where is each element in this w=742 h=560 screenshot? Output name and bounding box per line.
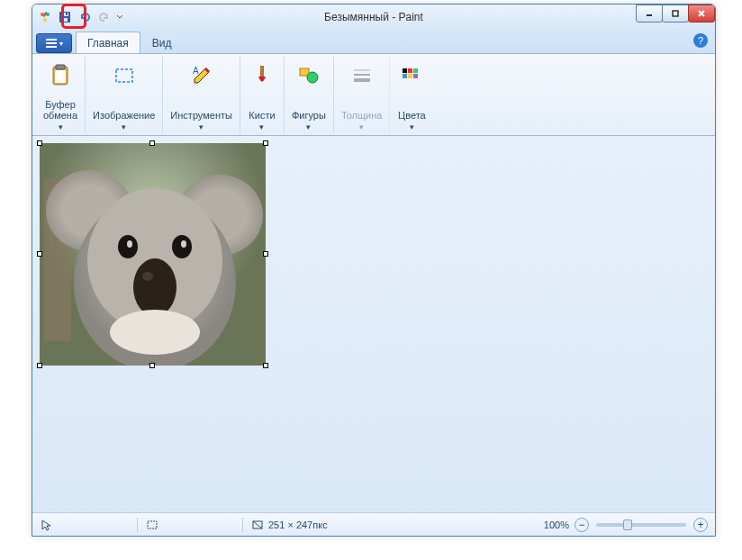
svg-rect-14 [56,65,65,69]
svg-point-39 [127,240,132,248]
paint-window: Безымянный - Paint ▾ Главная Вид ? Буфер… [32,4,716,537]
quick-access-toolbar [36,8,124,26]
ribbon-tabs: ▾ Главная Вид ? [32,30,715,53]
svg-point-38 [118,235,138,258]
brush-icon [248,61,276,90]
selection-handle[interactable] [149,140,155,146]
group-label: Изображение [93,110,155,122]
statusbar: 251 × 247пкс 100% − + [32,512,715,536]
ribbon: Буфер обмена ▾ Изображение ▾ A Инструмен… [32,53,715,136]
redo-button[interactable] [95,8,113,26]
svg-point-44 [110,310,200,355]
svg-point-43 [142,272,153,281]
titlebar: Безымянный - Paint [32,5,715,30]
selection-handle[interactable] [37,140,42,146]
chevron-down-icon: ▾ [359,122,364,131]
chevron-down-icon: ▾ [410,122,414,131]
svg-rect-28 [408,74,412,78]
group-colors[interactable]: Цвета ▾ [390,56,433,133]
svg-rect-10 [46,39,57,41]
group-image[interactable]: Изображение ▾ [86,56,163,133]
zoom-slider[interactable] [596,523,686,527]
canvas-size-icon [250,518,265,532]
shapes-icon [294,61,323,90]
group-label: Инструменты [170,110,232,122]
svg-text:A: A [193,66,199,76]
window-title: Безымянный - Paint [324,11,423,23]
selection-handle[interactable] [263,363,268,368]
svg-point-20 [307,72,318,83]
group-size: Толщина ▾ [334,56,391,133]
chevron-down-icon: ▾ [122,122,126,131]
close-button[interactable] [688,5,715,23]
chevron-down-icon: ▾ [59,122,63,131]
selection-handle[interactable] [149,363,155,368]
cursor-pos-icon [40,518,54,532]
selection-handle[interactable] [37,363,42,368]
svg-line-47 [253,521,262,528]
svg-point-42 [133,258,176,316]
svg-rect-16 [116,69,132,82]
group-tools[interactable]: A Инструменты ▾ [163,56,240,133]
svg-point-41 [181,240,186,248]
group-label: Толщина [341,110,383,122]
undo-button[interactable] [76,8,94,26]
separator [242,518,243,532]
canvas-image[interactable] [40,143,266,366]
chevron-down-icon: ▾ [259,122,264,131]
group-shapes[interactable]: Фигуры ▾ [285,56,334,133]
help-button[interactable]: ? [693,33,708,48]
qat-dropdown[interactable] [115,8,124,26]
svg-rect-12 [46,46,57,48]
svg-rect-11 [46,42,57,44]
canvas-area[interactable] [32,136,715,512]
svg-rect-25 [408,68,412,73]
svg-point-40 [172,235,192,258]
zoom-percent: 100% [544,519,569,530]
selection-size-icon [145,518,159,532]
line-weight-icon [348,61,376,90]
group-label: Кисти [249,110,275,122]
group-label: Буфер обмена [43,99,77,122]
select-rect-icon [110,61,139,90]
zoom-slider-thumb[interactable] [623,519,632,530]
tab-main[interactable]: Главная [76,32,140,53]
chevron-down-icon: ▾ [199,122,204,131]
window-controls [637,5,715,23]
separator [137,518,138,532]
selection-handle[interactable] [263,140,268,146]
save-button[interactable] [56,8,74,26]
svg-rect-9 [673,11,678,16]
zoom-out-button[interactable]: − [575,518,589,532]
svg-rect-7 [66,13,68,15]
selection-handle[interactable] [263,251,268,257]
tab-view[interactable]: Вид [140,32,184,53]
svg-point-2 [43,18,47,22]
chevron-down-icon: ▾ [306,122,311,131]
group-label: Цвета [398,110,426,122]
clipboard-icon [46,61,75,90]
svg-rect-45 [148,521,157,528]
svg-rect-24 [403,68,407,73]
svg-rect-29 [413,74,418,78]
group-brushes[interactable]: Кисти ▾ [240,56,285,133]
maximize-button[interactable] [662,5,689,23]
svg-rect-18 [260,66,264,77]
svg-rect-6 [62,18,68,22]
svg-rect-15 [55,70,66,83]
selection-handle[interactable] [37,251,42,257]
app-icon [36,8,54,26]
svg-rect-26 [413,68,418,73]
zoom-in-button[interactable]: + [693,518,708,532]
koala-image [40,143,266,366]
group-clipboard[interactable]: Буфер обмена ▾ [36,56,86,133]
minimize-button[interactable] [636,5,663,23]
colors-icon [397,61,426,90]
group-label: Фигуры [292,110,326,122]
pencil-icon: A [187,61,216,90]
file-menu-button[interactable]: ▾ [36,33,72,53]
canvas-size: 251 × 247пкс [268,519,328,530]
svg-rect-27 [403,74,407,78]
